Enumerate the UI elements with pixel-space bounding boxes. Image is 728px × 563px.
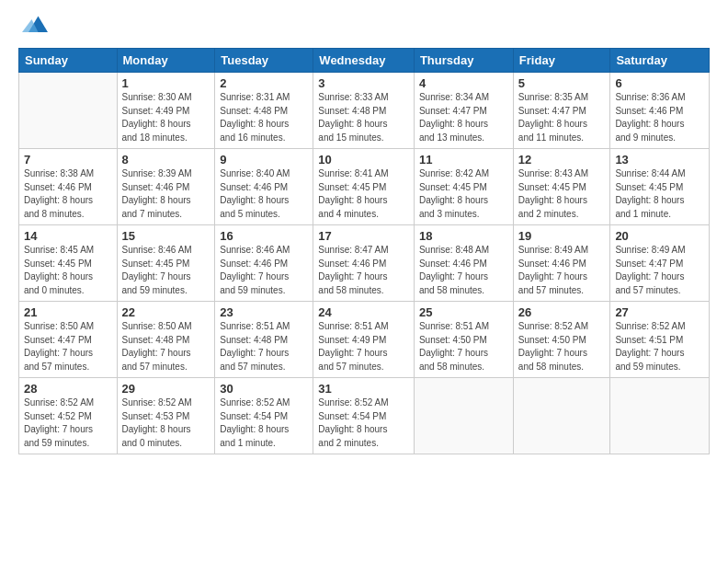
day-number: 29 xyxy=(122,382,210,396)
weekday-header: Sunday xyxy=(19,49,118,73)
day-number: 26 xyxy=(518,305,606,319)
logo-icon xyxy=(22,13,48,39)
calendar-cell: 13Sunrise: 8:44 AM Sunset: 4:45 PM Dayli… xyxy=(610,149,710,225)
calendar-cell: 18Sunrise: 8:48 AM Sunset: 4:46 PM Dayli… xyxy=(414,225,513,302)
calendar-cell: 27Sunrise: 8:52 AM Sunset: 4:51 PM Dayli… xyxy=(610,302,710,378)
day-info: Sunrise: 8:52 AM Sunset: 4:50 PM Dayligh… xyxy=(518,320,606,373)
day-info: Sunrise: 8:49 AM Sunset: 4:47 PM Dayligh… xyxy=(615,244,704,297)
calendar-cell: 30Sunrise: 8:52 AM Sunset: 4:54 PM Dayli… xyxy=(215,378,313,454)
day-info: Sunrise: 8:46 AM Sunset: 4:45 PM Dayligh… xyxy=(122,244,210,297)
day-number: 17 xyxy=(318,229,409,243)
day-number: 11 xyxy=(419,153,508,167)
day-info: Sunrise: 8:49 AM Sunset: 4:46 PM Dayligh… xyxy=(518,244,606,297)
calendar-cell: 17Sunrise: 8:47 AM Sunset: 4:46 PM Dayli… xyxy=(313,225,415,302)
calendar-cell: 31Sunrise: 8:52 AM Sunset: 4:54 PM Dayli… xyxy=(313,378,415,454)
day-number: 7 xyxy=(24,153,112,167)
calendar-cell: 11Sunrise: 8:42 AM Sunset: 4:45 PM Dayli… xyxy=(414,149,513,225)
day-number: 22 xyxy=(122,305,210,319)
day-number: 10 xyxy=(318,153,409,167)
calendar-cell: 2Sunrise: 8:31 AM Sunset: 4:48 PM Daylig… xyxy=(215,73,313,149)
page: SundayMondayTuesdayWednesdayThursdayFrid… xyxy=(0,0,728,563)
day-info: Sunrise: 8:43 AM Sunset: 4:45 PM Dayligh… xyxy=(518,167,606,221)
day-number: 8 xyxy=(122,153,210,167)
day-info: Sunrise: 8:51 AM Sunset: 4:49 PM Dayligh… xyxy=(318,320,409,373)
day-number: 14 xyxy=(24,229,112,243)
day-number: 1 xyxy=(122,76,210,90)
day-info: Sunrise: 8:52 AM Sunset: 4:54 PM Dayligh… xyxy=(220,396,308,450)
calendar-cell: 12Sunrise: 8:43 AM Sunset: 4:45 PM Dayli… xyxy=(513,149,610,225)
calendar-cell: 28Sunrise: 8:52 AM Sunset: 4:52 PM Dayli… xyxy=(19,378,118,454)
weekday-header: Tuesday xyxy=(215,49,313,73)
day-info: Sunrise: 8:47 AM Sunset: 4:46 PM Dayligh… xyxy=(318,244,409,297)
day-number: 23 xyxy=(220,305,308,319)
day-info: Sunrise: 8:41 AM Sunset: 4:45 PM Dayligh… xyxy=(318,167,409,221)
header xyxy=(18,17,710,39)
calendar-cell xyxy=(513,378,610,454)
calendar-table: SundayMondayTuesdayWednesdayThursdayFrid… xyxy=(18,48,710,454)
calendar-cell: 3Sunrise: 8:33 AM Sunset: 4:48 PM Daylig… xyxy=(313,73,415,149)
day-number: 2 xyxy=(220,76,308,90)
calendar-week-row: 21Sunrise: 8:50 AM Sunset: 4:47 PM Dayli… xyxy=(19,302,710,378)
day-info: Sunrise: 8:46 AM Sunset: 4:46 PM Dayligh… xyxy=(220,244,308,297)
calendar-week-row: 28Sunrise: 8:52 AM Sunset: 4:52 PM Dayli… xyxy=(19,378,710,454)
weekday-header: Wednesday xyxy=(313,49,415,73)
day-info: Sunrise: 8:36 AM Sunset: 4:46 PM Dayligh… xyxy=(615,91,704,144)
day-info: Sunrise: 8:38 AM Sunset: 4:46 PM Dayligh… xyxy=(24,167,112,221)
day-number: 6 xyxy=(615,76,704,90)
day-number: 3 xyxy=(318,76,409,90)
weekday-header: Friday xyxy=(513,49,610,73)
day-info: Sunrise: 8:40 AM Sunset: 4:46 PM Dayligh… xyxy=(220,167,308,221)
day-number: 28 xyxy=(24,382,112,396)
header-row: SundayMondayTuesdayWednesdayThursdayFrid… xyxy=(19,49,710,73)
calendar-cell: 21Sunrise: 8:50 AM Sunset: 4:47 PM Dayli… xyxy=(19,302,118,378)
day-info: Sunrise: 8:44 AM Sunset: 4:45 PM Dayligh… xyxy=(615,167,704,221)
calendar-cell: 20Sunrise: 8:49 AM Sunset: 4:47 PM Dayli… xyxy=(610,225,710,302)
calendar-cell: 7Sunrise: 8:38 AM Sunset: 4:46 PM Daylig… xyxy=(19,149,118,225)
day-info: Sunrise: 8:42 AM Sunset: 4:45 PM Dayligh… xyxy=(419,167,508,221)
calendar-cell: 25Sunrise: 8:51 AM Sunset: 4:50 PM Dayli… xyxy=(414,302,513,378)
calendar-cell: 14Sunrise: 8:45 AM Sunset: 4:45 PM Dayli… xyxy=(19,225,118,302)
day-info: Sunrise: 8:51 AM Sunset: 4:48 PM Dayligh… xyxy=(220,320,308,373)
calendar-cell: 5Sunrise: 8:35 AM Sunset: 4:47 PM Daylig… xyxy=(513,73,610,149)
day-info: Sunrise: 8:52 AM Sunset: 4:53 PM Dayligh… xyxy=(122,396,210,450)
calendar-cell: 10Sunrise: 8:41 AM Sunset: 4:45 PM Dayli… xyxy=(313,149,415,225)
calendar-cell xyxy=(610,378,710,454)
day-number: 21 xyxy=(24,305,112,319)
weekday-header: Monday xyxy=(117,49,215,73)
calendar-cell xyxy=(19,73,118,149)
day-number: 5 xyxy=(518,76,606,90)
calendar-cell xyxy=(414,378,513,454)
calendar-cell: 22Sunrise: 8:50 AM Sunset: 4:48 PM Dayli… xyxy=(117,302,215,378)
calendar-cell: 9Sunrise: 8:40 AM Sunset: 4:46 PM Daylig… xyxy=(215,149,313,225)
day-info: Sunrise: 8:52 AM Sunset: 4:54 PM Dayligh… xyxy=(318,396,409,450)
calendar-cell: 6Sunrise: 8:36 AM Sunset: 4:46 PM Daylig… xyxy=(610,73,710,149)
day-number: 18 xyxy=(419,229,508,243)
day-info: Sunrise: 8:34 AM Sunset: 4:47 PM Dayligh… xyxy=(419,91,508,144)
day-info: Sunrise: 8:45 AM Sunset: 4:45 PM Dayligh… xyxy=(24,244,112,297)
day-info: Sunrise: 8:50 AM Sunset: 4:48 PM Dayligh… xyxy=(122,320,210,373)
calendar-cell: 26Sunrise: 8:52 AM Sunset: 4:50 PM Dayli… xyxy=(513,302,610,378)
calendar-week-row: 1Sunrise: 8:30 AM Sunset: 4:49 PM Daylig… xyxy=(19,73,710,149)
day-info: Sunrise: 8:35 AM Sunset: 4:47 PM Dayligh… xyxy=(518,91,606,144)
day-number: 20 xyxy=(615,229,704,243)
day-number: 4 xyxy=(419,76,508,90)
calendar-cell: 29Sunrise: 8:52 AM Sunset: 4:53 PM Dayli… xyxy=(117,378,215,454)
day-info: Sunrise: 8:52 AM Sunset: 4:52 PM Dayligh… xyxy=(24,396,112,450)
day-number: 31 xyxy=(318,382,409,396)
day-info: Sunrise: 8:48 AM Sunset: 4:46 PM Dayligh… xyxy=(419,244,508,297)
day-number: 12 xyxy=(518,153,606,167)
weekday-header: Thursday xyxy=(414,49,513,73)
day-info: Sunrise: 8:39 AM Sunset: 4:46 PM Dayligh… xyxy=(122,167,210,221)
day-info: Sunrise: 8:30 AM Sunset: 4:49 PM Dayligh… xyxy=(122,91,210,144)
calendar-cell: 4Sunrise: 8:34 AM Sunset: 4:47 PM Daylig… xyxy=(414,73,513,149)
day-number: 15 xyxy=(122,229,210,243)
day-info: Sunrise: 8:52 AM Sunset: 4:51 PM Dayligh… xyxy=(615,320,704,373)
day-number: 27 xyxy=(615,305,704,319)
calendar-cell: 1Sunrise: 8:30 AM Sunset: 4:49 PM Daylig… xyxy=(117,73,215,149)
day-number: 13 xyxy=(615,153,704,167)
calendar-cell: 15Sunrise: 8:46 AM Sunset: 4:45 PM Dayli… xyxy=(117,225,215,302)
weekday-header: Saturday xyxy=(610,49,710,73)
day-info: Sunrise: 8:50 AM Sunset: 4:47 PM Dayligh… xyxy=(24,320,112,373)
day-info: Sunrise: 8:31 AM Sunset: 4:48 PM Dayligh… xyxy=(220,91,308,144)
calendar-week-row: 7Sunrise: 8:38 AM Sunset: 4:46 PM Daylig… xyxy=(19,149,710,225)
